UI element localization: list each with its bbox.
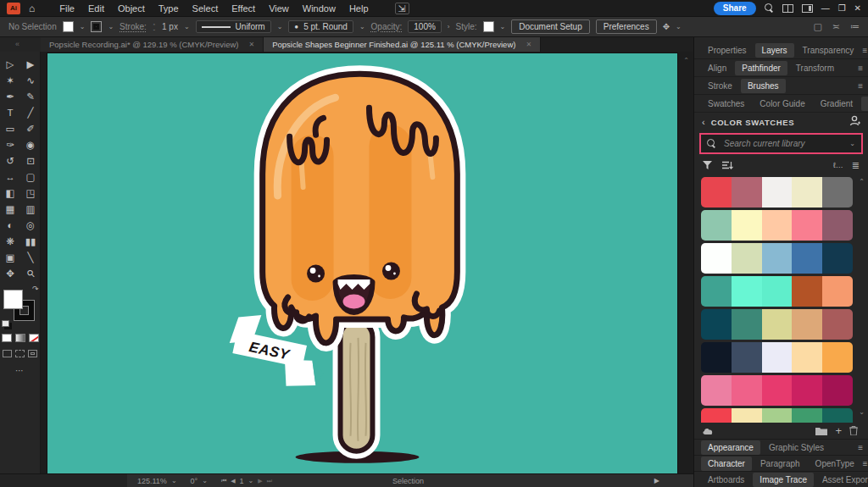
default-fill-stroke-icon[interactable] (2, 320, 9, 327)
tab-color-guide[interactable]: Color Guide (753, 97, 811, 111)
tool-selection[interactable]: ▷ (0, 56, 20, 72)
canvas-scroll-up-icon[interactable]: ⌃ (683, 57, 689, 64)
tool-scale[interactable]: ⊡ (20, 152, 41, 169)
style-swatch[interactable] (483, 21, 494, 32)
color-swatch[interactable] (792, 243, 822, 274)
rotation-chevron-icon[interactable]: ⌄ (202, 477, 208, 484)
color-swatch[interactable] (732, 210, 762, 241)
tab-image-trace[interactable]: Image Trace (753, 473, 814, 487)
tab-transform[interactable]: Transform (789, 61, 841, 75)
account-icon[interactable] (849, 114, 860, 130)
draw-more-icon[interactable]: ℓ… (833, 161, 843, 169)
fill-swatch[interactable] (63, 21, 74, 32)
color-swatch[interactable] (762, 276, 793, 307)
color-swatch[interactable] (822, 309, 853, 340)
filter-icon[interactable] (703, 158, 712, 173)
tab-properties[interactable]: Properties (701, 43, 754, 58)
menu-type[interactable]: Type (153, 2, 185, 15)
color-swatch[interactable] (701, 408, 732, 423)
edit-toolbar-icon[interactable]: ⋯ (0, 366, 40, 375)
color-swatch[interactable] (762, 408, 793, 423)
document-tab-inactive[interactable]: Popsicle Recording.ai* @ 129.19 % (CMYK/… (41, 37, 264, 52)
color-swatch[interactable] (701, 342, 732, 373)
color-swatch[interactable] (732, 177, 762, 208)
brush-dropdown[interactable]: ●5 pt. Round (288, 20, 353, 33)
color-swatch[interactable] (701, 210, 732, 241)
style-chevron-icon[interactable]: ⌄ (500, 23, 506, 30)
color-swatch[interactable] (701, 375, 732, 406)
tool-column-graph[interactable]: ▮▮ (20, 233, 41, 249)
share-button[interactable]: Share (714, 2, 756, 15)
tab-appearance[interactable]: Appearance (701, 440, 760, 455)
tool-blend[interactable]: ◎ (20, 217, 41, 233)
tool-perspective-grid[interactable]: ◳ (20, 185, 41, 201)
back-icon[interactable]: ‹ (702, 117, 705, 127)
menu-effect[interactable]: Effect (225, 2, 261, 15)
color-swatch[interactable] (792, 210, 822, 241)
dock-columns-icon[interactable]: ≍ (832, 21, 840, 32)
tool-artboard[interactable]: ▣ (0, 249, 20, 265)
panel-menu-icon[interactable]: ≡ (858, 443, 863, 452)
color-swatch[interactable] (762, 177, 793, 208)
list-view-icon[interactable]: ≣ (852, 160, 860, 171)
arrange-documents-icon[interactable] (782, 4, 793, 13)
gradient-button[interactable] (15, 334, 25, 342)
next-artboard-icon[interactable]: ▶ (258, 478, 262, 484)
tab-stroke[interactable]: Stroke (701, 79, 739, 93)
color-swatch[interactable] (762, 375, 793, 406)
search-icon[interactable] (765, 3, 774, 13)
tab-graphic-styles[interactable]: Graphic Styles (762, 440, 831, 455)
canvas-area[interactable]: EASY ⌃ (41, 52, 693, 473)
draw-normal-icon[interactable] (3, 350, 12, 357)
workspace-switcher-icon[interactable]: ⇲ (395, 3, 409, 14)
color-swatch[interactable] (732, 243, 762, 274)
color-swatch[interactable] (762, 210, 793, 241)
color-button[interactable] (2, 334, 12, 342)
add-swatch-icon[interactable]: + (835, 427, 842, 435)
stroke-weight-value[interactable]: 1 px (162, 22, 178, 31)
panel-menu-icon[interactable]: ≡ (858, 64, 863, 73)
tool-width-tool[interactable]: ↔ (0, 169, 20, 185)
preferences-button[interactable]: Preferences (596, 19, 657, 34)
tab-libraries[interactable]: Libraries (861, 97, 868, 111)
workspace-panel-icon[interactable] (802, 4, 813, 13)
tab-asset-export[interactable]: Asset Export (815, 473, 868, 487)
color-swatch[interactable] (822, 342, 853, 373)
tool-type[interactable]: T (0, 104, 20, 120)
tab-swatches[interactable]: Swatches (701, 97, 751, 111)
popsicle-artwork[interactable]: EASY (47, 53, 677, 473)
color-swatch[interactable] (732, 276, 762, 307)
prev-artboard-icon[interactable]: ◀ (231, 478, 235, 484)
color-swatch[interactable] (792, 342, 822, 373)
tool-shape-builder[interactable]: ◧ (0, 185, 20, 201)
tool-mesh[interactable]: ▦ (0, 201, 20, 217)
first-artboard-icon[interactable]: ⏮ (221, 478, 226, 484)
restore-button[interactable]: ❐ (838, 4, 846, 13)
menu-view[interactable]: View (263, 2, 295, 15)
dock-grid-icon[interactable]: ▢ (813, 21, 821, 32)
close-tab-icon[interactable]: ✕ (526, 41, 531, 48)
tool-rotate[interactable]: ↺ (0, 152, 20, 169)
stepper-down-icon[interactable]: ⌄ (153, 27, 156, 30)
panel-menu-icon[interactable]: ≡ (858, 81, 863, 91)
color-swatch[interactable] (792, 177, 822, 208)
color-swatch[interactable] (732, 408, 762, 423)
color-swatch[interactable] (822, 177, 853, 208)
color-swatch[interactable] (701, 276, 732, 307)
color-swatch[interactable] (822, 243, 853, 274)
document-tab-active[interactable]: Popsicle Shapes Beginner Finished.ai @ 1… (264, 37, 541, 52)
stroke-weight-chevron-icon[interactable]: ⌄ (184, 23, 190, 30)
opacity-label[interactable]: Opacity: (371, 22, 403, 31)
color-swatch[interactable] (701, 177, 732, 208)
illustrator-logo-icon[interactable]: Ai (7, 3, 20, 14)
color-swatch[interactable] (732, 375, 762, 406)
sort-icon[interactable] (722, 158, 733, 173)
color-swatch[interactable] (732, 342, 762, 373)
color-swatch[interactable] (762, 309, 793, 340)
close-tab-icon[interactable]: ✕ (249, 41, 255, 48)
close-button[interactable]: ✕ (854, 4, 861, 13)
tab-paragraph[interactable]: Paragraph (754, 457, 807, 471)
menu-object[interactable]: Object (112, 2, 151, 15)
width-profile-chevron-icon[interactable]: ⌄ (277, 23, 283, 30)
panel-menu-icon[interactable]: ≡ (862, 46, 867, 55)
